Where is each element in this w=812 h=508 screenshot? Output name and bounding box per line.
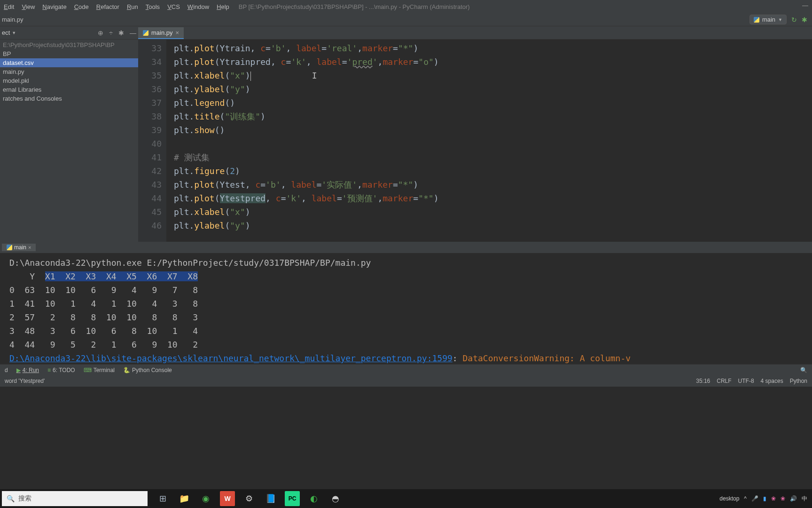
settings-icon[interactable]: ⚙ xyxy=(242,491,257,506)
tray-icon[interactable]: ▮ xyxy=(763,495,766,502)
tool-window-button[interactable]: ≡ 6: TODO xyxy=(47,367,75,373)
status-bar: word 'Ytestpred' 35:16CRLFUTF-84 spacesP… xyxy=(0,375,812,387)
target-icon[interactable]: ⊕ xyxy=(98,29,103,37)
wps-icon[interactable]: W xyxy=(220,491,235,506)
anaconda-icon[interactable]: ◐ xyxy=(306,491,321,506)
search-placeholder: 搜索 xyxy=(18,494,31,503)
tool-window-button[interactable]: ▶ 4: Run xyxy=(16,367,39,373)
tree-item[interactable]: E:\PythonProject\study\0317BPSHAP\BP xyxy=(0,40,138,49)
gutter: 3334353637383940414243444546 xyxy=(138,40,166,242)
tool-window-button[interactable]: ⌨ Terminal xyxy=(84,367,115,373)
window-title: BP [E:\PythonProject\study\0317BPSHAP\BP… xyxy=(239,3,470,10)
menu-bar: EditViewNavigateCodeRefactorRunToolsVCSW… xyxy=(4,3,229,10)
project-tree[interactable]: E:\PythonProject\study\0317BPSHAP\BPBPda… xyxy=(0,40,138,104)
menu-item[interactable]: VCS xyxy=(167,3,180,10)
task-view-icon[interactable]: ⊞ xyxy=(155,491,170,506)
tray-icon[interactable]: ❀ xyxy=(781,495,785,502)
editor: main.py × 3334353637383940414243444546 p… xyxy=(138,26,812,242)
console-tab-bar: main × xyxy=(0,242,812,253)
console-output[interactable]: D:\Anaconda3-22\python.exe E:/PythonProj… xyxy=(0,253,812,368)
tree-item[interactable]: dataset.csv xyxy=(0,58,138,67)
pycharm-icon[interactable]: PC xyxy=(285,491,300,506)
menu-item[interactable]: Help xyxy=(217,3,229,10)
menu-item[interactable]: Tools xyxy=(146,3,160,10)
menu-item[interactable]: Navigate xyxy=(42,3,66,10)
tray-icon[interactable]: ❀ xyxy=(771,495,776,502)
menu-item[interactable]: View xyxy=(22,3,35,10)
search-icon[interactable]: 🔍 xyxy=(800,367,807,373)
status-item[interactable]: Python xyxy=(790,378,807,384)
sort-icon[interactable]: ÷ xyxy=(109,29,113,37)
browser-icon[interactable]: ◉ xyxy=(198,491,213,506)
chevron-down-icon: ▼ xyxy=(778,17,782,22)
run-config-name: main xyxy=(762,16,775,23)
editor-tab-label: main.py xyxy=(151,29,173,36)
tree-item[interactable]: BP xyxy=(0,49,138,58)
status-item[interactable]: CRLF xyxy=(717,378,731,384)
microphone-icon[interactable]: 🎤 xyxy=(751,495,758,502)
nav-path: main.py xyxy=(2,16,23,23)
python-icon xyxy=(7,245,12,250)
tree-item[interactable]: ratches and Consoles xyxy=(0,94,138,103)
run-configuration[interactable]: main ▼ xyxy=(750,15,787,24)
taskbar-search[interactable]: 🔍 搜索 xyxy=(2,491,148,506)
tool-window-button[interactable]: 🐍 Python Console xyxy=(123,367,172,373)
app-icon[interactable]: ◓ xyxy=(328,491,343,506)
search-icon: 🔍 xyxy=(7,495,15,502)
python-icon xyxy=(754,17,759,23)
settings-icon[interactable]: ✱ xyxy=(118,29,124,37)
close-icon[interactable]: × xyxy=(176,29,180,36)
system-tray: desktop ^ 🎤 ▮ ❀ ❀ 🔊 中 xyxy=(719,495,812,503)
code-area[interactable]: 3334353637383940414243444546 plt.plot(Yt… xyxy=(138,40,812,242)
title-bar: EditViewNavigateCodeRefactorRunToolsVCSW… xyxy=(0,0,812,13)
code-text[interactable]: plt.plot(Ytrain, c='b', label='real',mar… xyxy=(166,40,812,242)
tool-window-bar: d▶ 4: Run≡ 6: TODO⌨ Terminal🐍 Python Con… xyxy=(0,364,812,375)
tree-item[interactable]: ernal Libraries xyxy=(0,85,138,94)
chevron-up-icon[interactable]: ^ xyxy=(744,495,747,502)
menu-item[interactable]: Run xyxy=(127,3,138,10)
tree-item[interactable]: main.py xyxy=(0,67,138,76)
windows-taskbar: 🔍 搜索 ⊞ 📁 ◉ W ⚙ 📘 PC ◐ ◓ desktop ^ 🎤 ▮ ❀ … xyxy=(0,489,812,508)
minimize-icon[interactable]: — xyxy=(802,2,808,9)
python-icon xyxy=(143,30,148,36)
sidebar-header: ect ▼ ⊕ ÷ ✱ — xyxy=(0,26,138,40)
tray-label[interactable]: desktop xyxy=(719,495,739,502)
menu-item[interactable]: Refactor xyxy=(96,3,119,10)
gear-icon[interactable]: ✱ xyxy=(802,16,807,24)
ime-indicator[interactable]: 中 xyxy=(802,495,807,503)
volume-icon[interactable]: 🔊 xyxy=(790,495,797,502)
reload-icon[interactable]: ↻ xyxy=(791,16,797,24)
collapse-icon[interactable]: — xyxy=(130,29,136,37)
window-controls: — xyxy=(802,2,808,9)
status-left: word 'Ytestpred' xyxy=(5,378,45,384)
console-tab[interactable]: main × xyxy=(2,244,36,251)
close-icon[interactable]: × xyxy=(28,245,31,250)
chevron-down-icon[interactable]: ▼ xyxy=(12,31,16,35)
notepad-icon[interactable]: 📘 xyxy=(263,491,278,506)
status-item[interactable]: 4 spaces xyxy=(761,378,783,384)
status-item[interactable]: 35:16 xyxy=(696,378,710,384)
run-tool-window: main × D:\Anaconda3-22\python.exe E:/Pyt… xyxy=(0,242,812,364)
menu-item[interactable]: Code xyxy=(74,3,89,10)
menu-item[interactable]: Window xyxy=(187,3,209,10)
tool-window-button[interactable]: d xyxy=(5,367,8,373)
taskbar-apps: ⊞ 📁 ◉ W ⚙ 📘 PC ◐ ◓ xyxy=(155,491,343,506)
menu-item[interactable]: Edit xyxy=(4,3,14,10)
editor-tab-bar: main.py × xyxy=(138,26,812,40)
editor-tab[interactable]: main.py × xyxy=(138,27,184,39)
sidebar-title: ect xyxy=(2,29,10,36)
status-item[interactable]: UTF-8 xyxy=(738,378,754,384)
tree-item[interactable]: model.pkl xyxy=(0,76,138,85)
project-sidebar: ect ▼ ⊕ ÷ ✱ — E:\PythonProject\study\031… xyxy=(0,26,138,242)
console-tab-label: main xyxy=(14,244,26,251)
file-explorer-icon[interactable]: 📁 xyxy=(177,491,192,506)
navigation-bar: main.py main ▼ ↻ ✱ xyxy=(0,13,812,26)
